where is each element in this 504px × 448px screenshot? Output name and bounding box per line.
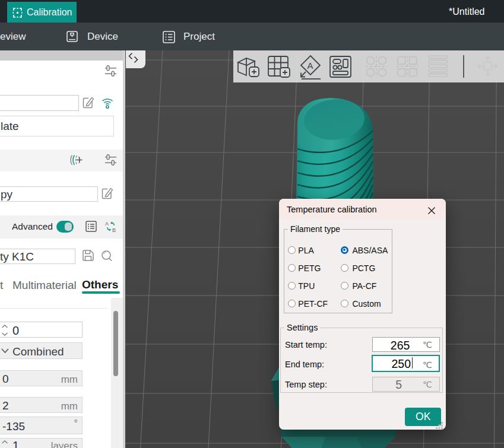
svg-text:A: A <box>105 221 109 227</box>
svg-text:B: B <box>112 227 116 233</box>
svg-text:A: A <box>308 61 313 71</box>
